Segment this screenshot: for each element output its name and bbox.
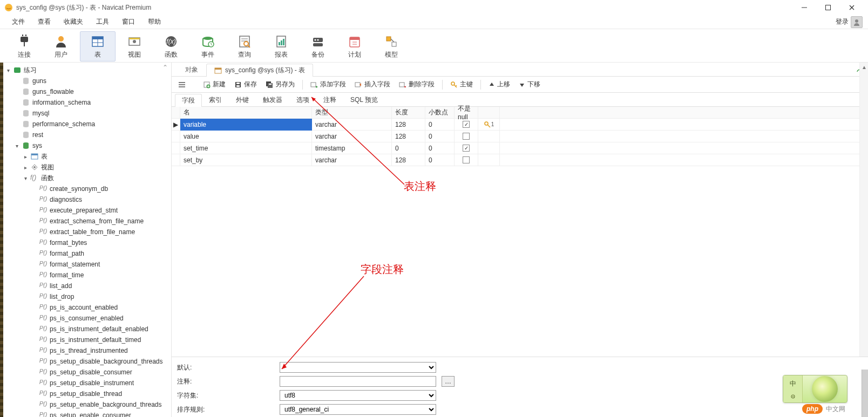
tool-view[interactable]: 视图 (117, 31, 152, 61)
tree-function[interactable]: P()ps_is_instrument_default_enabled (3, 324, 171, 334)
tool-event[interactable]: 事件 (190, 31, 226, 61)
table-row[interactable]: set_timetimestamp00✓ (172, 142, 868, 154)
tree-function[interactable]: P()create_synonym_db (3, 183, 171, 194)
ime-widget[interactable]: 中 (783, 375, 847, 403)
tree-function[interactable]: P()ps_setup_enable_consumer (3, 410, 171, 417)
tree-function[interactable]: P()diagnostics (3, 194, 171, 205)
tree-function[interactable]: P()ps_is_account_enabled (3, 302, 171, 313)
cell-name[interactable]: set_by (180, 154, 312, 166)
subtab-options[interactable]: 选项 (289, 93, 316, 106)
menu-view[interactable]: 查看 (31, 16, 57, 28)
cell-name[interactable]: variable (180, 119, 312, 131)
cell-dec[interactable]: 0 (425, 131, 455, 142)
tree-database[interactable]: performance_schema (3, 119, 171, 129)
col-dec[interactable]: 小数点 (425, 107, 455, 119)
tree-function[interactable]: P()ps_is_consumer_enabled (3, 313, 171, 324)
col-name[interactable]: 名 (180, 107, 312, 119)
connection-tree[interactable]: ▾练习 gunsguns_flowableinformation_schemam… (3, 63, 171, 417)
primary-button[interactable]: 主键 (447, 79, 476, 90)
tab-table-editor[interactable]: sys_config @sys (练习) - 表 (206, 64, 313, 77)
tool-table[interactable]: 表 (80, 31, 116, 61)
menu-tools[interactable]: 工具 (90, 16, 116, 28)
cell-dec[interactable]: 0 (425, 119, 455, 131)
menu-fav[interactable]: 收藏夹 (57, 16, 90, 28)
subtab-trigger[interactable]: 触发器 (256, 93, 289, 106)
tree-database[interactable]: guns_flowable (3, 86, 171, 97)
cell-type[interactable]: varchar (312, 119, 392, 131)
table-row[interactable]: set_byvarchar1280 (172, 154, 868, 166)
cell-name[interactable]: value (180, 131, 312, 142)
avatar[interactable] (851, 16, 863, 28)
insertfield-button[interactable]: 插入字段 (351, 79, 394, 90)
cell-null[interactable] (455, 154, 478, 166)
cell-len[interactable]: 128 (392, 131, 425, 142)
cell-dec[interactable]: 0 (425, 142, 455, 154)
tool-model[interactable]: 模型 (374, 31, 409, 61)
menu-file[interactable]: 文件 (5, 16, 31, 28)
table-row[interactable]: valuevarchar1280 (172, 131, 868, 142)
tree-function[interactable]: P()ps_setup_disable_background_threads (3, 356, 171, 367)
tree-function[interactable]: P()ps_setup_disable_instrument (3, 378, 171, 388)
tree-function[interactable]: P()ps_is_instrument_default_timed (3, 334, 171, 345)
tree-function[interactable]: P()ps_setup_disable_consumer (3, 367, 171, 378)
col-type[interactable]: 类型 (312, 107, 392, 119)
hamburger-icon[interactable] (176, 79, 188, 91)
tool-query[interactable]: 查询 (227, 31, 262, 61)
menu-help[interactable]: 帮助 (141, 16, 167, 28)
side-scroll[interactable] (862, 370, 868, 417)
tree-function[interactable]: P()list_drop (3, 291, 171, 302)
tree-function[interactable]: P()format_path (3, 248, 171, 259)
cell-len[interactable]: 0 (392, 142, 425, 154)
cell-type[interactable]: varchar (312, 131, 392, 142)
default-input[interactable] (280, 362, 436, 373)
new-button[interactable]: 新建 (200, 79, 229, 90)
tree-function[interactable]: P()format_bytes (3, 237, 171, 248)
tool-user[interactable]: 用户 (43, 31, 79, 61)
scroll-handle-icon[interactable]: ⌃ (162, 64, 168, 71)
table-row[interactable]: ▶variablevarchar1280✓1 (172, 119, 868, 131)
subtab-fields[interactable]: 字段 (175, 94, 202, 107)
saveas-button[interactable]: 另存为 (262, 79, 298, 90)
tree-tables[interactable]: ▸表 (3, 151, 171, 162)
cell-name[interactable]: set_time (180, 142, 312, 154)
cell-dec[interactable]: 0 (425, 154, 455, 166)
tree-function[interactable]: P()ps_setup_disable_thread (3, 388, 171, 399)
minimize-button[interactable] (792, 0, 816, 15)
nav-panel[interactable]: ⌃ ▾练习 gunsguns_flowableinformation_schem… (3, 63, 172, 417)
moveup-button[interactable]: 上移 (485, 79, 513, 90)
tree-function[interactable]: P()extract_schema_from_file_name (3, 216, 171, 227)
scroll-up-icon[interactable]: ▲ (860, 63, 868, 71)
tree-database[interactable]: guns (3, 76, 171, 86)
comment-more-button[interactable]: … (442, 376, 455, 387)
maximize-button[interactable] (816, 0, 840, 15)
tree-function[interactable]: P()execute_prepared_stmt (3, 205, 171, 216)
tree-views[interactable]: ▸视图 (3, 162, 171, 173)
tree-function[interactable]: P()format_statement (3, 259, 171, 270)
movedown-button[interactable]: 下移 (516, 79, 544, 90)
tree-database[interactable]: rest (3, 129, 171, 140)
delfield-button[interactable]: 删除字段 (396, 79, 438, 90)
cell-len[interactable]: 128 (392, 119, 425, 131)
tool-func[interactable]: f(x)函数 (153, 31, 189, 61)
tree-function[interactable]: P()format_time (3, 270, 171, 281)
cell-null[interactable] (455, 131, 478, 142)
scrollbar[interactable]: ▲ (859, 63, 868, 357)
close-button[interactable] (840, 0, 864, 15)
tree-database-sys[interactable]: ▾sys (3, 140, 171, 151)
subtab-comment[interactable]: 注释 (316, 93, 343, 106)
addfield-button[interactable]: 添加字段 (307, 79, 349, 90)
tree-function[interactable]: P()extract_table_from_file_name (3, 227, 171, 237)
tree-function[interactable]: P()ps_setup_enable_background_threads (3, 399, 171, 410)
cell-null[interactable]: ✓ (455, 142, 478, 154)
tool-schedule[interactable]: 计划 (337, 31, 372, 61)
login-link[interactable]: 登录 (836, 17, 849, 26)
cell-type[interactable]: timestamp (312, 142, 392, 154)
subtab-sqlpreview[interactable]: SQL 预览 (343, 93, 385, 106)
tool-backup[interactable]: 备份 (300, 31, 336, 61)
subtab-fk[interactable]: 外键 (229, 93, 256, 106)
tool-connect[interactable]: 连接 (6, 31, 42, 61)
tree-database[interactable]: information_schema (3, 97, 171, 108)
tree-database[interactable]: mysql (3, 108, 171, 119)
tree-functions[interactable]: ▾f()函数 (3, 173, 171, 183)
save-button[interactable]: 保存 (231, 79, 260, 90)
